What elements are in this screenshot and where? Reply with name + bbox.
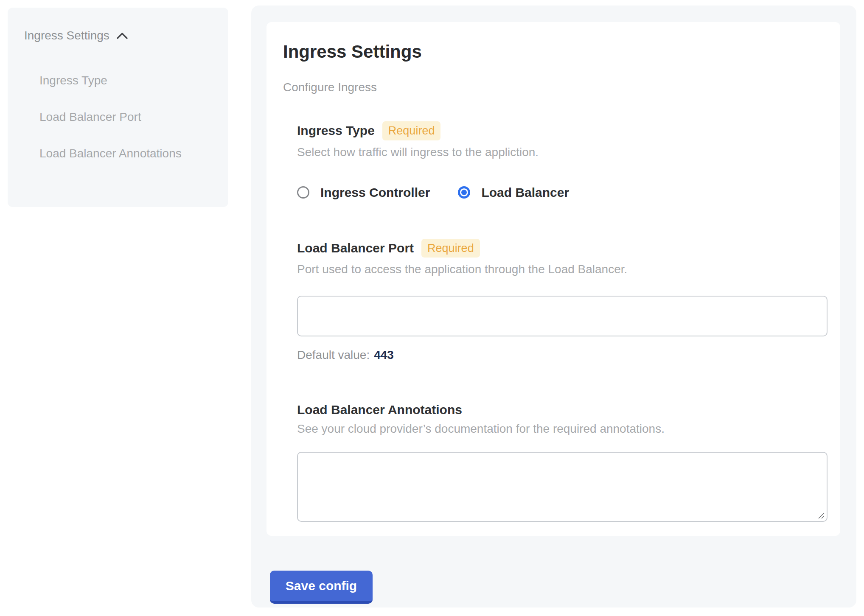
required-badge: Required <box>382 121 441 140</box>
main-panel: Ingress Settings Configure Ingress Ingre… <box>251 6 856 608</box>
sidebar-item-load-balancer-annotations[interactable]: Load Balancer Annotations <box>39 141 192 166</box>
settings-nav-sidebar: Ingress Settings Ingress Type Load Balan… <box>8 8 228 207</box>
radio-option-load-balancer[interactable]: Load Balancer <box>458 185 569 200</box>
sidebar-item-load-balancer-port[interactable]: Load Balancer Port <box>39 104 192 130</box>
ingress-settings-page: Ingress Settings Ingress Type Load Balan… <box>0 0 864 616</box>
radio-option-ingress-controller[interactable]: Ingress Controller <box>297 185 430 200</box>
field-group-load-balancer-annotations: Load Balancer Annotations See your cloud… <box>297 403 828 522</box>
load-balancer-annotations-label: Load Balancer Annotations <box>297 403 462 417</box>
page-subtitle: Configure Ingress <box>283 81 828 94</box>
default-value-row: Default value:443 <box>297 348 828 362</box>
chevron-up-icon <box>116 32 128 39</box>
ingress-settings-card: Ingress Settings Configure Ingress Ingre… <box>266 22 840 536</box>
annotations-textarea-wrap <box>297 452 828 522</box>
sidebar-section-ingress-settings[interactable]: Ingress Settings <box>24 23 128 48</box>
load-balancer-port-input[interactable] <box>297 296 828 336</box>
ingress-type-label: Ingress Type <box>297 123 375 138</box>
sidebar-section-label: Ingress Settings <box>24 23 109 48</box>
ingress-type-description: Select how traffic will ingress to the a… <box>297 146 828 159</box>
load-balancer-annotations-description: See your cloud provider’s documentation … <box>297 422 828 436</box>
load-balancer-annotations-textarea[interactable] <box>297 452 828 522</box>
field-group-ingress-type: Ingress Type Required Select how traffic… <box>297 121 828 199</box>
default-value-number: 443 <box>374 348 394 361</box>
radio-label-ingress-controller: Ingress Controller <box>320 185 430 200</box>
default-value-label: Default value: <box>297 348 370 361</box>
sidebar-item-ingress-type[interactable]: Ingress Type <box>39 68 192 93</box>
radio-label-load-balancer: Load Balancer <box>481 185 569 200</box>
field-group-load-balancer-port: Load Balancer Port Required Port used to… <box>297 239 828 362</box>
load-balancer-port-description: Port used to access the application thro… <box>297 263 828 276</box>
radio-unselected-icon[interactable] <box>297 186 309 199</box>
save-config-button[interactable]: Save config <box>270 571 373 604</box>
required-badge: Required <box>421 239 480 258</box>
radio-dot <box>461 190 467 195</box>
ingress-type-radio-group: Ingress Controller Load Balancer <box>297 185 828 200</box>
radio-selected-icon[interactable] <box>458 186 470 199</box>
load-balancer-port-label: Load Balancer Port <box>297 241 414 255</box>
resize-handle-icon[interactable] <box>815 510 825 520</box>
page-title: Ingress Settings <box>283 42 828 62</box>
